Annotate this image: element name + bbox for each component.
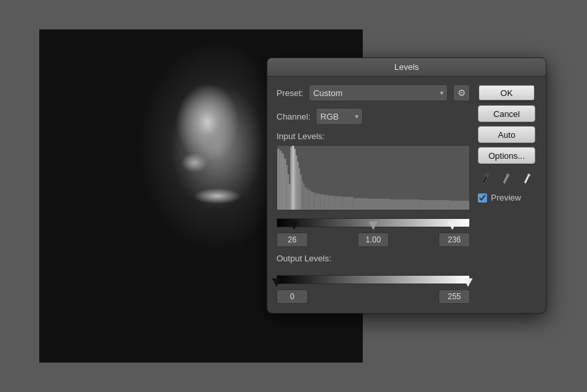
input-levels-label: Input Levels: [277, 131, 470, 141]
black-input-handle[interactable] [290, 221, 299, 230]
white-eyedropper-icon[interactable] [520, 171, 536, 186]
svg-rect-14 [300, 174, 301, 210]
svg-rect-26 [335, 196, 342, 210]
options-button[interactable]: Options... [478, 147, 535, 164]
eyedropper-row [478, 171, 537, 186]
dialog-right-panel: OK Cancel Auto Options... [478, 84, 537, 304]
white-input-handle[interactable] [448, 221, 457, 230]
levels-dialog: Levels Preset: Custom ⚙ Channel: RG [267, 57, 546, 314]
svg-rect-12 [297, 162, 299, 210]
dialog-left-panel: Preset: Custom ⚙ Channel: RGB Red Green … [277, 84, 470, 304]
svg-rect-24 [324, 195, 329, 210]
svg-rect-21 [314, 193, 318, 210]
output-levels-label: Output Levels: [277, 253, 470, 263]
svg-rect-20 [311, 192, 314, 210]
input-black-value[interactable] [277, 233, 308, 247]
dialog-titlebar: Levels [267, 58, 546, 76]
preset-label: Preset: [277, 88, 303, 98]
output-white-handle[interactable] [463, 278, 473, 287]
black-eyedropper-icon[interactable] [478, 171, 494, 186]
svg-rect-6 [288, 174, 289, 210]
svg-rect-29 [368, 199, 390, 210]
svg-rect-31 [420, 200, 449, 210]
preview-row: Preview [478, 193, 537, 203]
output-black-value[interactable] [277, 289, 308, 304]
input-mid-value[interactable] [358, 233, 389, 247]
channel-label: Channel: [277, 112, 310, 122]
output-values-row [277, 289, 470, 304]
svg-rect-22 [317, 194, 321, 210]
svg-rect-5 [286, 165, 288, 210]
input-slider-area [277, 210, 470, 230]
output-slider-area [277, 267, 470, 287]
svg-rect-16 [303, 184, 305, 210]
grey-eyedropper-icon[interactable] [499, 171, 515, 186]
svg-rect-1 [277, 149, 279, 210]
dialog-body: Preset: Custom ⚙ Channel: RGB Red Green … [267, 76, 546, 313]
output-levels-section: Output Levels: [277, 253, 470, 304]
preset-dropdown-wrapper: Custom [309, 84, 448, 101]
svg-rect-30 [390, 199, 420, 210]
gear-button[interactable]: ⚙ [453, 84, 470, 101]
svg-rect-32 [449, 201, 469, 210]
cancel-button[interactable]: Cancel [478, 105, 535, 122]
output-black-handle[interactable] [272, 278, 281, 287]
ok-button[interactable]: OK [478, 84, 535, 101]
svg-rect-2 [279, 151, 281, 210]
input-values-row [277, 233, 470, 247]
svg-rect-9 [292, 146, 294, 210]
svg-point-33 [486, 174, 488, 176]
svg-rect-4 [284, 159, 286, 210]
channel-select[interactable]: RGB Red Green Blue [316, 108, 363, 125]
svg-rect-11 [295, 155, 297, 210]
histogram-container [277, 145, 470, 210]
svg-rect-7 [289, 184, 290, 210]
preview-label: Preview [491, 193, 521, 203]
svg-rect-27 [343, 197, 354, 210]
svg-rect-25 [329, 195, 335, 210]
svg-rect-18 [307, 189, 309, 210]
svg-rect-15 [301, 181, 303, 210]
preset-select[interactable]: Custom [309, 84, 448, 101]
svg-rect-3 [282, 154, 284, 210]
svg-rect-13 [299, 168, 300, 210]
auto-button[interactable]: Auto [478, 126, 535, 143]
input-white-value[interactable] [439, 233, 470, 247]
dialog-title: Levels [394, 62, 419, 72]
channel-row: Channel: RGB Red Green Blue [277, 108, 470, 125]
svg-point-35 [528, 174, 530, 176]
output-slider-bar [277, 275, 470, 284]
mid-input-handle[interactable] [369, 221, 378, 230]
svg-rect-19 [309, 191, 311, 210]
svg-rect-23 [321, 194, 325, 210]
preset-row: Preset: Custom ⚙ [277, 84, 470, 101]
preview-checkbox[interactable] [478, 193, 487, 203]
svg-point-34 [507, 174, 509, 176]
svg-rect-28 [353, 198, 368, 210]
histogram-chart [277, 146, 469, 210]
svg-rect-8 [290, 147, 292, 210]
svg-rect-10 [294, 149, 295, 210]
channel-dropdown-wrapper: RGB Red Green Blue [316, 108, 363, 125]
svg-rect-17 [305, 188, 307, 210]
output-white-value[interactable] [439, 289, 470, 304]
